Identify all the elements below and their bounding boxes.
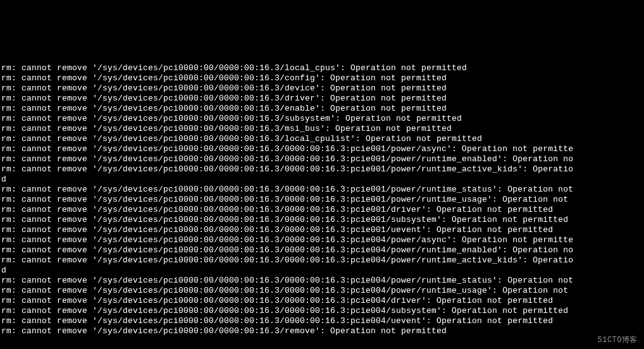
terminal-line: rm: cannot remove '/sys/devices/pci0000:… xyxy=(1,124,643,134)
terminal-line: rm: cannot remove '/sys/devices/pci0000:… xyxy=(1,296,643,306)
terminal-line: rm: cannot remove '/sys/devices/pci0000:… xyxy=(1,134,643,144)
terminal-line: rm: cannot remove '/sys/devices/pci0000:… xyxy=(1,286,643,296)
terminal-line: rm: cannot remove '/sys/devices/pci0000:… xyxy=(1,316,643,326)
terminal-line: rm: cannot remove '/sys/devices/pci0000:… xyxy=(1,164,643,174)
terminal-line: rm: cannot remove '/sys/devices/pci0000:… xyxy=(1,195,643,205)
terminal-line: rm: cannot remove '/sys/devices/pci0000:… xyxy=(1,276,643,286)
terminal-line: rm: cannot remove '/sys/devices/pci0000:… xyxy=(1,73,643,83)
terminal-line: d xyxy=(1,266,643,276)
terminal-output[interactable]: rm: cannot remove '/sys/devices/pci0000:… xyxy=(1,43,643,349)
terminal-line: rm: cannot remove '/sys/devices/pci0000:… xyxy=(1,154,643,164)
terminal-line: rm: cannot remove '/sys/devices/pci0000:… xyxy=(1,94,643,104)
terminal-line: rm: cannot remove '/sys/devices/pci0000:… xyxy=(1,185,643,195)
terminal-line: rm: cannot remove '/sys/devices/pci0000:… xyxy=(1,215,643,225)
terminal-line: rm: cannot remove '/sys/devices/pci0000:… xyxy=(1,63,643,73)
terminal-line: rm: cannot remove '/sys/devices/pci0000:… xyxy=(1,144,643,154)
terminal-line: rm: cannot remove '/sys/devices/pci0000:… xyxy=(1,205,643,215)
terminal-line: rm: cannot remove '/sys/devices/pci0000:… xyxy=(1,235,643,245)
terminal-line: rm: cannot remove '/sys/devices/pci0000:… xyxy=(1,83,643,94)
watermark-label: 51CTO博客 xyxy=(597,335,638,345)
terminal-lines: rm: cannot remove '/sys/devices/pci0000:… xyxy=(1,63,643,336)
terminal-line: rm: cannot remove '/sys/devices/pci0000:… xyxy=(1,114,643,124)
terminal-line: rm: cannot remove '/sys/devices/pci0000:… xyxy=(1,104,643,114)
terminal-line: d xyxy=(1,174,643,185)
terminal-line: rm: cannot remove '/sys/devices/pci0000:… xyxy=(1,245,643,255)
terminal-line: rm: cannot remove '/sys/devices/pci0000:… xyxy=(1,326,643,336)
terminal-line: rm: cannot remove '/sys/devices/pci0000:… xyxy=(1,255,643,266)
terminal-line: rm: cannot remove '/sys/devices/pci0000:… xyxy=(1,225,643,235)
terminal-line: rm: cannot remove '/sys/devices/pci0000:… xyxy=(1,306,643,316)
